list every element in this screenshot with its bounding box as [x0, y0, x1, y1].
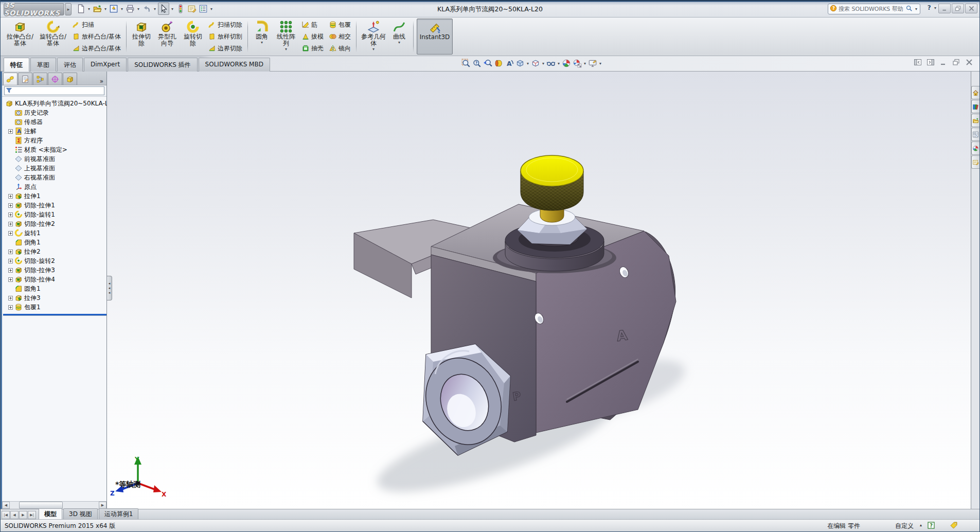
expand-plus-icon[interactable]: [8, 203, 13, 208]
maximize-button[interactable]: [952, 4, 964, 13]
tree-item-boss-extrude3[interactable]: 拉伸3: [3, 293, 106, 303]
tag-icon[interactable]: [950, 521, 958, 531]
bottom-tab-3D 视图[interactable]: 3D 视图: [63, 508, 98, 519]
display-style-caret-icon[interactable]: ▾: [542, 61, 544, 66]
tree-item-origin[interactable]: 原点: [3, 182, 106, 191]
search-box[interactable]: ? 搜索 SOLIDWORKS 帮助 ▾: [828, 4, 920, 14]
motion-nav-0[interactable]: |◀: [2, 511, 10, 519]
extruded-cut-button[interactable]: 拉伸切除: [130, 19, 153, 55]
model-3d-valve[interactable]: A P Y X Z: [107, 72, 971, 509]
rib-button[interactable]: 筋: [300, 19, 325, 31]
configurationmanager-tab[interactable]: [33, 73, 47, 85]
tree-item-cut-revolve1[interactable]: 切除-旋转1: [3, 210, 106, 219]
view-orientation-button[interactable]: A: [504, 58, 514, 68]
tree-item-right-plane[interactable]: 右视基准面: [3, 173, 106, 182]
swept-cut-button[interactable]: 扫描切除: [206, 19, 244, 31]
tab-DimXpert[interactable]: DimXpert: [84, 58, 127, 72]
displaymanager-tab[interactable]: [63, 73, 77, 85]
expand-plus-icon[interactable]: [8, 222, 13, 226]
apply-scene-caret-icon[interactable]: ▾: [584, 61, 586, 66]
lofted-boss-button[interactable]: 放样凸台/基体: [70, 31, 122, 43]
taskpane-design-library[interactable]: [971, 100, 979, 113]
tree-item-boss-extrude2[interactable]: 拉伸2: [3, 247, 106, 256]
panel-splitter-handle[interactable]: ◂◂◂: [107, 276, 112, 300]
propertymanager-tab[interactable]: [18, 73, 32, 85]
previous-view-button[interactable]: [483, 58, 493, 68]
search-caret-icon[interactable]: ▾: [915, 7, 917, 11]
expand-plus-icon[interactable]: [8, 250, 13, 254]
doc-restore-button[interactable]: [952, 58, 960, 68]
tab-草图[interactable]: 草图: [30, 58, 56, 72]
search-icon[interactable]: [905, 4, 913, 14]
tree-root-item[interactable]: KLA系列单向节流阀20~50KLA-L: [3, 99, 106, 108]
minimize-button[interactable]: [938, 4, 951, 13]
scroll-track[interactable]: [10, 502, 99, 509]
collapse-pane-left-button[interactable]: [914, 58, 922, 68]
tree-item-cut-revolve2[interactable]: 切除-旋转2: [3, 256, 106, 265]
hide-show-items-button[interactable]: [546, 58, 556, 68]
hole-wizard-button[interactable]: 异型孔向导: [154, 19, 180, 55]
collapse-pane-right-button[interactable]: [926, 58, 935, 68]
scroll-left-arrow[interactable]: ◀: [2, 502, 10, 509]
tree-item-material[interactable]: 材质 <未指定>: [3, 145, 106, 154]
scroll-right-arrow[interactable]: ▶: [99, 502, 106, 509]
doc-minimize-button[interactable]: [939, 58, 948, 68]
expand-plus-icon[interactable]: [8, 212, 13, 217]
view-settings-caret-icon[interactable]: ▾: [599, 61, 601, 66]
scroll-thumb[interactable]: [19, 502, 63, 509]
expand-plus-icon[interactable]: [8, 268, 13, 273]
zoom-area-button[interactable]: ?: [472, 58, 482, 68]
tab-SOLIDWORKS MBD[interactable]: SOLIDWORKS MBD: [199, 58, 270, 72]
boundary-boss-button[interactable]: 边界凸台/基体: [70, 43, 122, 55]
taskpane-custom-properties[interactable]: [971, 155, 979, 169]
quick-tips-icon[interactable]: ?: [927, 521, 935, 531]
tab-评估[interactable]: 评估: [57, 58, 83, 72]
units-selector[interactable]: 自定义: [895, 522, 914, 530]
expand-plus-icon[interactable]: [8, 129, 13, 134]
taskpane-appearances[interactable]: [971, 141, 979, 155]
taskpane-view-palette[interactable]: [971, 128, 979, 141]
tree-item-cut-extrude1[interactable]: 切除-拉伸1: [3, 201, 106, 210]
tree-item-equations[interactable]: Σ方程序: [3, 136, 106, 145]
edit-appearance-button[interactable]: [561, 58, 572, 68]
section-view-button[interactable]: [493, 58, 504, 68]
revolved-cut-button[interactable]: 旋转切除: [181, 19, 205, 55]
tree-item-wrap1[interactable]: 包覆1: [3, 303, 106, 312]
view-cube-caret-icon[interactable]: ▾: [527, 61, 529, 66]
reference-geometry-button[interactable]: 参考几何体▾: [360, 19, 387, 55]
tree-item-history[interactable]: 历史记录: [3, 108, 106, 117]
motion-nav-1[interactable]: ◀: [10, 511, 19, 519]
display-style-button[interactable]: [530, 58, 541, 68]
expand-plus-icon[interactable]: [8, 194, 13, 199]
hide-show-items-caret-icon[interactable]: ▾: [558, 61, 560, 66]
motion-nav-3[interactable]: ▶|: [28, 511, 36, 519]
featuremanager-tab[interactable]: [3, 73, 17, 85]
view-cube-button[interactable]: [515, 58, 525, 68]
expand-plus-icon[interactable]: [8, 305, 13, 310]
tree-item-annotations[interactable]: A注解: [3, 127, 106, 136]
rollback-bar[interactable]: [3, 314, 106, 315]
taskpane-file-explorer[interactable]: [971, 114, 979, 127]
apply-scene-button[interactable]: [572, 58, 582, 68]
mirror-button[interactable]: 镜向: [327, 43, 352, 55]
graphics-viewport[interactable]: A P Y X Z *等轴测 ◂◂◂: [107, 72, 971, 509]
expand-plus-icon[interactable]: [8, 296, 13, 300]
help-menu[interactable]: ? ▾: [928, 4, 937, 11]
panel-horizontal-scrollbar[interactable]: ◀ ▶: [2, 501, 106, 509]
linear-pattern-button[interactable]: 线性阵列▾: [274, 19, 298, 55]
boundary-cut-button[interactable]: 边界切除: [206, 43, 244, 55]
tab-特征[interactable]: 特征: [4, 58, 29, 72]
tree-item-boss-extrude1[interactable]: 拉伸1: [3, 191, 106, 201]
bottom-tab-模型[interactable]: 模型: [39, 508, 62, 519]
close-button[interactable]: [965, 4, 977, 13]
wrap-button[interactable]: 包覆: [327, 19, 352, 31]
panel-tabs-overflow[interactable]: »: [100, 78, 103, 85]
draft-button[interactable]: 拔模: [300, 31, 325, 43]
extruded-boss-base-button[interactable]: 拉伸凸台/基体: [4, 19, 36, 55]
tree-item-front-plane[interactable]: 前视基准面: [3, 154, 106, 164]
tree-item-revolve1[interactable]: 旋转1: [3, 228, 106, 238]
taskpane-home[interactable]: [971, 86, 979, 99]
swept-boss-button[interactable]: 扫描: [70, 19, 122, 31]
tree-item-cut-extrude2[interactable]: 切除-拉伸2: [3, 219, 106, 228]
motion-nav-2[interactable]: ▶: [19, 511, 27, 519]
